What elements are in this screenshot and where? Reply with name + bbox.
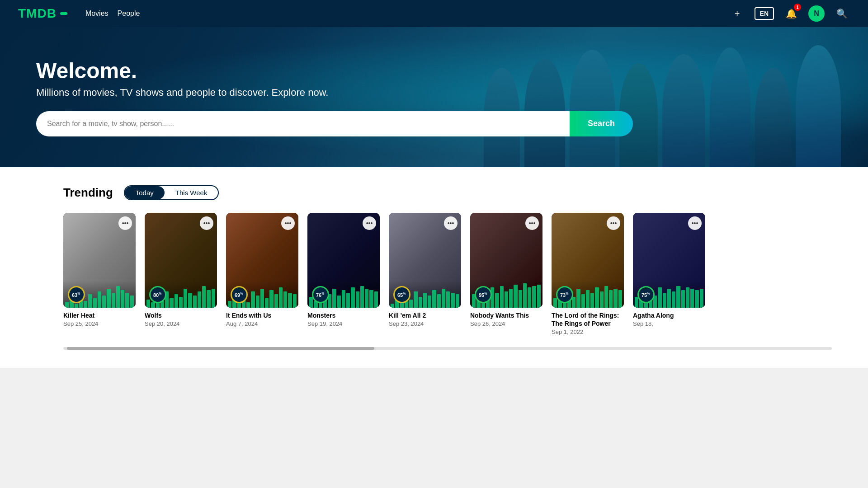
language-selector[interactable]: EN [755, 7, 774, 20]
spark-bar [695, 290, 698, 308]
user-avatar[interactable]: N [808, 5, 825, 22]
movie-card-3[interactable]: ••• 76% Monsters Sep 19, 2024 [307, 213, 380, 335]
search-button[interactable]: 🔍 [834, 5, 850, 22]
movie-card-1[interactable]: ••• 80% Wolfs Sep 20, 2024 [145, 213, 217, 335]
card-info: Nobody Wants This Sep 26, 2024 [470, 308, 542, 327]
card-poster-wrapper: ••• 73% [552, 213, 624, 308]
card-date: Aug 7, 2024 [226, 320, 298, 327]
card-poster-wrapper: ••• 80% [145, 213, 217, 308]
nav-people[interactable]: People [118, 9, 140, 18]
hero-subtitle: Millions of movies, TV shows and people … [36, 87, 832, 99]
card-title: Agatha Along [633, 311, 705, 319]
add-button[interactable]: + [729, 5, 745, 22]
spark-bar [676, 286, 680, 308]
card-date: Sep 23, 2024 [389, 320, 461, 327]
score-value: 75% [639, 292, 650, 298]
card-menu-button[interactable]: ••• [444, 216, 458, 230]
card-poster-wrapper: ••• 75% [633, 213, 705, 308]
spark-bar [198, 291, 201, 308]
spark-bar [514, 285, 517, 308]
score-value: 65% [395, 292, 406, 298]
spark-bar [618, 290, 622, 308]
movie-card-4[interactable]: ••• 65% Kill 'em All 2 Sep 23, 2024 [389, 213, 461, 335]
spark-bar [581, 294, 585, 308]
spark-bar [451, 293, 454, 308]
scrollbar-thumb [67, 347, 374, 350]
tab-today[interactable]: Today [125, 186, 165, 199]
score-value: 63% [69, 292, 80, 298]
card-menu-button[interactable]: ••• [525, 216, 539, 230]
spark-bar [130, 296, 134, 308]
spark-bar [600, 291, 604, 308]
card-title: Kill 'em All 2 [389, 311, 461, 319]
spark-bar [151, 302, 155, 308]
spark-bar [635, 297, 638, 308]
spark-bar [202, 286, 206, 308]
card-menu-button[interactable]: ••• [363, 216, 376, 230]
card-menu-button[interactable]: ••• [118, 216, 132, 230]
spark-bar [409, 300, 413, 308]
search-input[interactable] [36, 111, 570, 136]
movie-card-0[interactable]: ••• 63% Killer Heat Sep 25, 2024 [63, 213, 136, 335]
movie-card-7[interactable]: ••• 75% Agatha Along Sep 18, [633, 213, 705, 335]
card-poster-wrapper: ••• 63% [63, 213, 136, 308]
search-bar: Search [36, 111, 633, 136]
spark-bar [414, 291, 417, 308]
trending-title: Trending [63, 186, 113, 200]
movie-card-6[interactable]: ••• 73% The Lord of the Rings: The Rings… [552, 213, 624, 335]
spark-bar [274, 294, 278, 308]
spark-bar [246, 302, 250, 308]
spark-bar [391, 304, 394, 308]
tab-this-week[interactable]: This Week [165, 186, 218, 199]
spark-bar [658, 287, 661, 308]
spark-bar [269, 290, 273, 308]
card-menu-button[interactable]: ••• [200, 216, 213, 230]
movie-card-5[interactable]: ••• 95% Nobody Wants This Sep 26, 2024 [470, 213, 542, 335]
card-title: Nobody Wants This [470, 311, 542, 319]
card-date: Sep 1, 2022 [552, 328, 624, 335]
card-info: Agatha Along Sep 18, [633, 308, 705, 327]
card-menu-button[interactable]: ••• [281, 216, 295, 230]
spark-bar [212, 289, 215, 308]
notification-badge: 1 [794, 4, 801, 11]
trending-toggle: Today This Week [124, 185, 219, 200]
spark-bar [179, 297, 183, 308]
spark-bar [523, 283, 527, 308]
spark-bar [279, 287, 283, 308]
search-submit-button[interactable]: Search [570, 111, 633, 136]
spark-bar [576, 289, 580, 308]
movie-card-2[interactable]: ••• 69% It Ends with Us Aug 7, 2024 [226, 213, 298, 335]
spark-bar [360, 286, 364, 308]
spark-bar [590, 293, 594, 308]
hero-content: Welcome. Millions of movies, TV shows an… [0, 40, 868, 155]
card-info: Monsters Sep 19, 2024 [307, 308, 380, 327]
spark-bar [332, 289, 336, 308]
logo: TMDB [18, 6, 67, 21]
spark-bar [337, 296, 341, 308]
spark-bar [505, 291, 508, 308]
trending-section: Trending Today This Week ‹ ••• 63% Kille… [0, 167, 868, 368]
spark-bar [121, 290, 124, 308]
spark-bar [107, 289, 110, 308]
score-badge: 63% [68, 286, 85, 303]
nav-movies[interactable]: Movies [85, 9, 108, 18]
spark-bar [519, 290, 522, 308]
spark-bar [374, 291, 378, 308]
spark-bar [184, 289, 187, 308]
card-poster-wrapper: ••• 69% [226, 213, 298, 308]
card-menu-button[interactable]: ••• [607, 216, 620, 230]
spark-bar [663, 293, 666, 308]
spark-bar [188, 293, 192, 308]
card-menu-button[interactable]: ••• [688, 216, 702, 230]
horizontal-scrollbar[interactable] [63, 347, 832, 350]
card-title: Wolfs [145, 311, 217, 319]
spark-bar [309, 297, 313, 308]
spark-bar [423, 293, 427, 308]
score-value: 69% [232, 292, 243, 298]
spark-bar [193, 296, 197, 308]
spark-bar [681, 290, 685, 308]
spark-bar [528, 287, 531, 308]
spark-bar [170, 298, 173, 308]
nav-links: Movies People [85, 9, 140, 18]
spark-bar [700, 289, 703, 308]
